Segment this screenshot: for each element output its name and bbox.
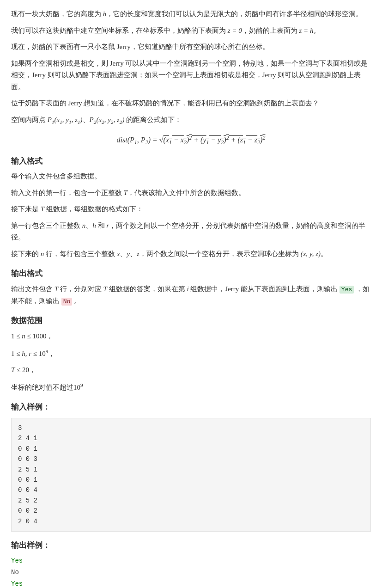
paragraph-5: 位于奶酪下表面的 Jerry 想知道，在不破坏奶酪的情况下，能否利用已有的空洞跑… (11, 98, 371, 110)
yes-code: Yes (340, 286, 354, 294)
input-p4: 第一行包含三个正整数 n、h 和 r，两个数之间以一个空格分开，分别代表奶酪中空… (11, 220, 371, 244)
main-content: 现有一块大奶酪，它的高度为 h，它的长度和宽度我们可以认为是无限大的，奶酪中间有… (11, 8, 371, 588)
data-range-p3: T ≤ 20， (11, 364, 371, 376)
output-p1: 输出文件包含 T 行，分别对应 T 组数据的答案，如果在第 i 组数据中，Jer… (11, 283, 371, 307)
no-code: No (61, 298, 73, 306)
paragraph-4: 如果两个空洞相切或是相交，则 Jerry 可以从其中一个空洞跑到另一个空洞，特别… (11, 58, 371, 93)
output-format-section: 输出格式 输出文件包含 T 行，分别对应 T 组数据的答案，如果在第 i 组数据… (11, 267, 371, 307)
paragraph-3: 现在，奶酪的下表面有一只小老鼠 Jerry，它知道奶酪中所有空洞的球心所在的坐标… (11, 41, 371, 53)
paragraph-2: 我们可以在这块奶酪中建立空间坐标系，在坐标系中，奶酪的下表面为 z = 0，奶酪… (11, 25, 371, 37)
input-example-section: 输入样例： 3 2 4 1 0 0 1 0 0 3 2 5 1 0 0 1 0 … (11, 401, 371, 532)
input-p1: 每个输入文件包含多组数据。 (11, 171, 371, 183)
output-yes-2: Yes (11, 578, 371, 588)
input-p5: 接下来的 n 行，每行包含三个整数 x、y、z，两个数之间以一个空格分开，表示空… (11, 248, 371, 260)
input-example-title: 输入样例： (11, 401, 371, 414)
input-format-title: 输入格式 (11, 155, 371, 168)
input-p2: 输入文件的第一行，包含一个正整数 T，代表该输入文件中所含的数据组数。 (11, 187, 371, 199)
data-range-p4: 坐标的绝对值不超过109 (11, 381, 371, 394)
paragraph-1: 现有一块大奶酪，它的高度为 h，它的长度和宽度我们可以认为是无限大的，奶酪中间有… (11, 8, 371, 20)
input-example-code: 3 2 4 1 0 0 1 0 0 3 2 5 1 0 0 1 0 0 4 2 … (11, 418, 371, 532)
data-range-p1: 1 ≤ n ≤ 1000， (11, 331, 371, 343)
input-p3: 接下来是 T 组数据，每组数据的格式如下： (11, 203, 371, 215)
output-yes-1: Yes (11, 555, 371, 567)
output-example-title: 输出样例： (11, 539, 371, 552)
output-example-section: 输出样例： Yes No Yes (11, 539, 371, 588)
output-format-title: 输出格式 (11, 267, 371, 281)
input-format-section: 输入格式 每个输入文件包含多组数据。 输入文件的第一行，包含一个正整数 T，代表… (11, 155, 371, 260)
data-range-section: 数据范围 1 ≤ n ≤ 1000， 1 ≤ h, r ≤ 109， T ≤ 2… (11, 314, 371, 393)
data-range-title: 数据范围 (11, 314, 371, 328)
paragraph-6: 空间内两点 P1(x1, y1, z1)、P2(x2, y2, z2) 的距离公… (11, 114, 371, 127)
output-no: No (11, 567, 371, 578)
data-range-p2: 1 ≤ h, r ≤ 109， (11, 347, 371, 360)
distance-formula: dist(P1, P2) = √(x1 − x2)2 + (y1 − y2)2 … (11, 133, 371, 147)
